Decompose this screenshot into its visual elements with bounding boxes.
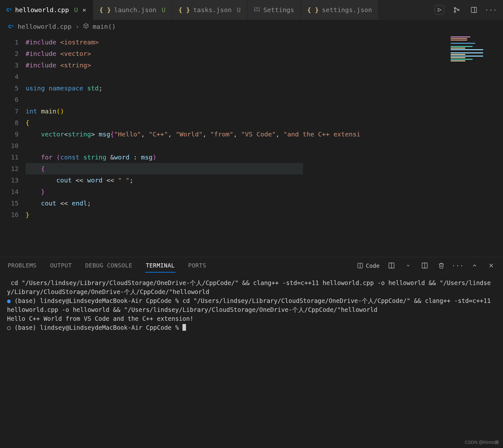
breadcrumb-sep: › (75, 23, 79, 30)
chevron-down-icon[interactable] (403, 261, 413, 270)
code-line[interactable]: } (26, 209, 360, 220)
maximize-panel-icon[interactable] (470, 261, 479, 270)
tab-modified-badge: U (74, 6, 78, 14)
panel-tab-output[interactable]: OUTPUT (50, 259, 73, 273)
breadcrumb-symbol[interactable]: main() (93, 23, 116, 30)
panel-tabs: PROBLEMSOUTPUTDEBUG CONSOLETERMINALPORTS… (0, 257, 503, 274)
cpp-file-icon: C⁺ (6, 7, 12, 12)
line-number: 6 (0, 94, 19, 105)
line-number: 11 (0, 151, 19, 163)
editor-tabs: C⁺helloworld.cppU×{ }launch.jsonU{ }task… (0, 0, 503, 20)
code-line[interactable]: int main() (26, 105, 360, 117)
symbol-icon (83, 23, 89, 30)
tab-modified-badge: U (237, 6, 241, 14)
panel-tab-terminal[interactable]: TERMINAL (145, 259, 175, 273)
terminal-line: ● (base) lindsey@LindseydeMacBook-Air Cp… (7, 296, 496, 314)
svg-point-1 (454, 7, 456, 9)
line-number: 14 (0, 186, 19, 197)
tab-label: Settings (263, 6, 294, 14)
close-tab-icon[interactable]: × (82, 6, 86, 14)
minimap[interactable] (449, 35, 502, 118)
panel-actions: Code ··· (357, 261, 496, 270)
split-editor-icon[interactable] (420, 261, 429, 270)
tab-label: helloworld.cpp (15, 6, 69, 14)
source-control-icon[interactable] (452, 5, 461, 15)
tab-settings-json[interactable]: { }settings.json (301, 0, 379, 20)
terminal[interactable]: cd "/Users/lindsey/Library/CloudStorage/… (0, 274, 503, 448)
tab-label: settings.json (322, 6, 372, 14)
run-button[interactable] (435, 5, 444, 15)
svg-point-3 (458, 9, 459, 11)
code-line[interactable]: cout << word << " "; (26, 174, 360, 186)
panel-tab-list: PROBLEMSOUTPUTDEBUG CONSOLETERMINALPORTS (7, 259, 207, 273)
line-number: 7 (0, 105, 19, 117)
line-number: 10 (0, 140, 19, 151)
bottom-panel: PROBLEMSOUTPUTDEBUG CONSOLETERMINALPORTS… (0, 257, 503, 448)
tab-settings[interactable]: Settings (247, 0, 301, 20)
code-line[interactable] (26, 71, 360, 82)
json-file-icon: { } (99, 6, 111, 14)
terminal-line: ○ (base) lindsey@LindseydeMacBook-Air Cp… (7, 323, 496, 332)
tab-tasks-json[interactable]: { }tasks.jsonU (172, 0, 247, 20)
tab-label: launch.json (114, 6, 156, 14)
tab-modified-badge: U (161, 6, 165, 14)
line-number: 15 (0, 197, 19, 209)
split-editor-right-icon[interactable] (469, 5, 479, 15)
terminal-line: Hello C++ World from VS Code and the C++… (7, 314, 496, 323)
panel-tab-ports[interactable]: PORTS (188, 259, 207, 273)
line-number: 1 (0, 36, 19, 48)
tab-launch-json[interactable]: { }launch.jsonU (93, 0, 172, 20)
breadcrumb-file[interactable]: helloworld.cpp (18, 23, 72, 30)
code-line[interactable]: #include <string> (26, 59, 360, 71)
tab-label: tasks.json (193, 6, 232, 14)
settings-icon (254, 6, 260, 14)
code-line[interactable]: using namespace std; (26, 82, 360, 94)
cpp-file-icon: C⁺ (8, 24, 14, 29)
tab-helloworld-cpp[interactable]: C⁺helloworld.cppU× (0, 0, 93, 20)
code-line[interactable] (26, 140, 360, 151)
code-line[interactable]: } (26, 186, 360, 197)
line-number: 4 (0, 71, 19, 82)
json-file-icon: { } (307, 6, 319, 14)
code-line[interactable]: for (const string &word : msg) (26, 151, 360, 163)
line-number: 8 (0, 117, 19, 128)
watermark: CSDN @Kinno酱 (465, 440, 499, 445)
code-editor[interactable]: 12345678910111213141516 #include <iostre… (0, 33, 503, 257)
more-actions-icon[interactable]: ··· (453, 261, 463, 270)
code-line[interactable]: { (26, 117, 360, 128)
terminal-cursor (182, 324, 186, 331)
line-number: 9 (0, 128, 19, 140)
line-number: 12 (0, 163, 19, 174)
code-line[interactable]: cout << endl; (26, 197, 360, 209)
line-number: 5 (0, 82, 19, 94)
svg-rect-4 (471, 7, 477, 13)
line-number: 2 (0, 48, 19, 59)
code-line[interactable]: #include <vector> (26, 48, 360, 59)
panel-tab-debug-console[interactable]: DEBUG CONSOLE (85, 259, 133, 273)
code-area[interactable]: #include <iostream>#include <vector>#inc… (26, 33, 360, 257)
line-number: 3 (0, 59, 19, 71)
json-file-icon: { } (178, 6, 190, 14)
code-line[interactable]: vector<string> msg{"Hello", "C++", "Worl… (26, 128, 360, 140)
terminal-line: cd "/Users/lindsey/Library/CloudStorage/… (7, 278, 496, 296)
code-line[interactable]: { (26, 163, 303, 174)
line-gutter: 12345678910111213141516 (0, 33, 26, 257)
kill-terminal-icon[interactable] (437, 261, 446, 270)
line-number: 13 (0, 174, 19, 186)
split-terminal-icon[interactable] (387, 261, 396, 270)
more-editor-actions-icon[interactable]: ··· (486, 5, 496, 15)
svg-marker-0 (438, 8, 441, 12)
close-panel-icon[interactable] (486, 261, 496, 270)
code-line[interactable]: #include <iostream> (26, 36, 360, 48)
breadcrumb[interactable]: C⁺ helloworld.cpp › main() (0, 20, 503, 33)
code-line[interactable] (26, 94, 360, 105)
panel-tab-problems[interactable]: PROBLEMS (7, 259, 37, 273)
line-number: 16 (0, 209, 19, 220)
terminal-profile-select[interactable]: Code (357, 262, 380, 269)
svg-point-2 (454, 11, 456, 12)
